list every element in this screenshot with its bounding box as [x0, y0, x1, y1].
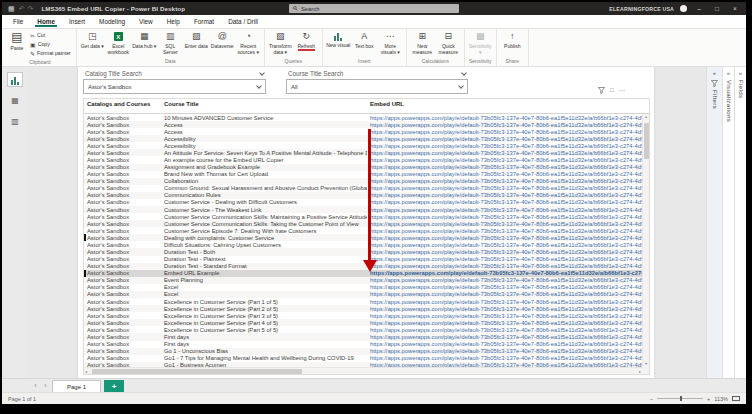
scroll-left-icon[interactable]: ◂ — [85, 368, 87, 374]
table-row[interactable]: Astor's SandboxExcellence in Customer Se… — [84, 319, 642, 326]
table-row[interactable]: Astor's SandboxCustomer Service - The We… — [84, 206, 642, 213]
minimize-button[interactable]: – — [693, 2, 705, 15]
embed-url-link[interactable]: https://apps.powerapps.com/play/e/defaul… — [370, 115, 642, 121]
table-row[interactable]: Astor's SandboxAccessibilityhttps://apps… — [84, 135, 642, 142]
menu-tab-file[interactable]: File — [6, 15, 30, 28]
copy-button[interactable]: ▣Copy — [28, 40, 52, 49]
redo-icon[interactable]: ↷ — [28, 4, 34, 14]
new-visual-button[interactable]: New visual — [326, 30, 351, 48]
table-row[interactable]: Astor's SandboxAssignment and Gradebook … — [84, 164, 642, 171]
table-row[interactable]: Astor's SandboxAn Attitude For Service: … — [84, 149, 642, 156]
zoom-slider-thumb[interactable] — [680, 396, 682, 401]
scrollbar-thumb[interactable] — [644, 123, 649, 159]
chevron-down-icon[interactable] — [259, 70, 265, 76]
data-hub-button[interactable]: ▦Data hub ▾ — [132, 30, 157, 49]
table-row[interactable]: Astor's SandboxCustomer Service Communic… — [84, 213, 642, 220]
menu-tab-help[interactable]: Help — [160, 15, 187, 28]
expand-chevron-icon[interactable]: « — [727, 70, 730, 77]
close-button[interactable]: × — [729, 2, 741, 15]
zoom-slider[interactable] — [657, 398, 703, 399]
horizontal-scrollbar[interactable]: ◂ ▸ — [84, 367, 642, 374]
embed-url-link[interactable]: https://apps.powerapps.com/play/e/defaul… — [370, 348, 642, 354]
embed-url-link[interactable]: https://apps.powerapps.com/play/e/defaul… — [370, 277, 642, 283]
column-header-course-title[interactable]: Course Title▴ — [161, 101, 367, 107]
sensitivity-button[interactable]: ▩Sensitivity ▾ — [468, 30, 493, 55]
more-options-icon[interactable]: ⋯ — [619, 86, 625, 94]
transform-data-button[interactable]: ▧Transform data ▾ — [268, 30, 293, 55]
new-measure-button[interactable]: ⊞New measure — [410, 30, 435, 55]
text-box-button[interactable]: AText box — [352, 30, 377, 49]
quick-measure-button[interactable]: ⊟Quick measure — [436, 30, 461, 55]
sql-server-button[interactable]: ▥SQL Server — [158, 30, 183, 55]
maximize-button[interactable]: □ — [711, 2, 723, 15]
embed-url-link[interactable]: https://apps.powerapps.com/play/e/defaul… — [370, 284, 642, 290]
table-row[interactable]: Astor's SandboxCommon Ground: Sexual Har… — [84, 185, 642, 192]
excel-workbook-button[interactable]: XExcel workbook — [106, 30, 131, 55]
table-row[interactable]: Astor's SandboxCommunication Ruleshttps:… — [84, 192, 642, 199]
embed-url-link[interactable]: https://apps.powerapps.com/play/e/defaul… — [370, 263, 642, 269]
embed-url-link[interactable]: https://apps.powerapps.com/play/e/defaul… — [370, 185, 642, 191]
filter-icon[interactable] — [598, 87, 605, 94]
next-page-icon[interactable]: › — [42, 379, 49, 392]
embed-url-link[interactable]: https://apps.powerapps.com/play/e/defaul… — [370, 228, 642, 234]
embed-url-link[interactable]: https://apps.powerapps.com/play/e/defaul… — [370, 192, 642, 198]
format-painter-button[interactable]: ✎Format painter — [28, 49, 73, 58]
table-row[interactable]: Astor's SandboxEvent Planninghttps://app… — [84, 277, 642, 284]
expand-chevron-icon[interactable]: « — [713, 70, 716, 77]
embed-url-link[interactable]: https://apps.powerapps.com/play/e/defaul… — [370, 143, 642, 149]
menu-tab-insert[interactable]: Insert — [62, 15, 92, 28]
table-row[interactable]: Astor's SandboxExcellence in Customer Se… — [84, 298, 642, 305]
embed-url-link[interactable]: https://apps.powerapps.com/play/e/defaul… — [370, 313, 642, 319]
vertical-scrollbar[interactable]: ▴ ▾ — [642, 114, 649, 367]
expand-chevron-icon[interactable]: « — [739, 70, 742, 77]
undo-icon[interactable]: ↶ — [19, 4, 25, 14]
embed-url-link[interactable]: https://apps.powerapps.com/play/e/defaul… — [370, 291, 642, 297]
embed-url-link[interactable]: https://apps.powerapps.com/play/e/defaul… — [370, 249, 642, 255]
report-view-button[interactable] — [7, 72, 23, 87]
add-page-button[interactable]: + — [104, 380, 124, 393]
table-row[interactable]: Astor's SandboxBrand New with Thomas for… — [84, 171, 642, 178]
publish-button[interactable]: ↑Publish — [500, 30, 525, 49]
table-row[interactable]: Astor's SandboxCustomer Service Episode … — [84, 227, 642, 234]
scroll-up-icon[interactable]: ▴ — [643, 114, 649, 120]
table-row[interactable]: Astor's SandboxCustomer Service - Dealin… — [84, 199, 642, 206]
catalog-dropdown[interactable]: Astor's Sandbox — [83, 79, 266, 94]
focus-mode-icon[interactable]: □ — [610, 86, 614, 94]
embed-url-link[interactable]: https://apps.powerapps.com/play/e/defaul… — [370, 199, 642, 205]
table-row[interactable]: Astor's SandboxDifficult Situations: Cal… — [84, 241, 642, 248]
table-row[interactable]: Astor's SandboxGo 1 - Unconscious Biasht… — [84, 348, 642, 355]
embed-url-link[interactable]: https://apps.powerapps.com/play/e/defaul… — [370, 136, 642, 142]
embed-url-link[interactable]: https://apps.powerapps.com/play/e/defaul… — [370, 299, 642, 305]
table-row[interactable]: Astor's SandboxAccesshttps://apps.powera… — [84, 121, 642, 128]
embed-url-link[interactable]: https://apps.powerapps.com/play/e/defaul… — [370, 214, 642, 220]
embed-url-link[interactable]: https://apps.powerapps.com/play/e/defaul… — [370, 171, 642, 177]
table-row[interactable]: Astor's SandboxExcelhttps://apps.powerap… — [84, 284, 642, 291]
embed-url-link[interactable]: https://apps.powerapps.com/play/e/defaul… — [370, 334, 642, 340]
scrollbar-thumb[interactable] — [92, 369, 302, 374]
embed-url-link[interactable]: https://apps.powerapps.com/play/e/defaul… — [370, 242, 642, 248]
refresh-button[interactable]: ↻Refresh — [294, 30, 319, 51]
table-row[interactable]: Astor's SandboxFirst dayshttps://apps.po… — [84, 333, 642, 340]
table-row[interactable]: Astor's SandboxFirst dayshttps://apps.po… — [84, 341, 642, 348]
table-row[interactable]: Astor's SandboxAn example course for the… — [84, 156, 642, 163]
filters-pane-collapsed[interactable]: « Filters — [706, 67, 722, 378]
embed-url-link[interactable]: https://apps.powerapps.com/play/e/defaul… — [370, 341, 642, 347]
more-visuals-button[interactable]: ⋯More visuals ▾ — [378, 30, 403, 55]
table-row[interactable]: Astor's SandboxAccesshttps://apps.powera… — [84, 128, 642, 135]
embed-url-link[interactable]: https://apps.powerapps.com/play/e/defaul… — [370, 157, 642, 163]
embed-url-link[interactable]: https://apps.powerapps.com/play/e/defaul… — [370, 150, 642, 156]
paste-button[interactable]: ▤Paste — [7, 30, 27, 51]
chevron-down-icon[interactable] — [461, 70, 467, 76]
cut-button[interactable]: ✂Cut — [28, 31, 47, 40]
data-view-button[interactable]: ▦ — [7, 93, 23, 108]
table-row[interactable]: Astor's SandboxExcelhttps://apps.powerap… — [84, 291, 642, 298]
get-data-button[interactable]: ◳Get data ▾ — [80, 30, 105, 49]
table-row[interactable]: Astor's SandboxExcellence in Customer Se… — [84, 305, 642, 312]
menu-tab-home[interactable]: Home — [30, 15, 62, 28]
embed-url-link[interactable]: https://apps.powerapps.com/play/e/defaul… — [370, 327, 642, 333]
menu-tab-format[interactable]: Format — [187, 15, 221, 28]
table-row[interactable]: Astor's SandboxCollaborationhttps://apps… — [84, 178, 642, 185]
scroll-right-icon[interactable]: ▸ — [639, 368, 641, 374]
column-header-catalogs[interactable]: Catalogs and Courses▴ — [84, 101, 161, 107]
recent-sources-button[interactable]: ◔Recent sources ▾ — [236, 30, 261, 55]
